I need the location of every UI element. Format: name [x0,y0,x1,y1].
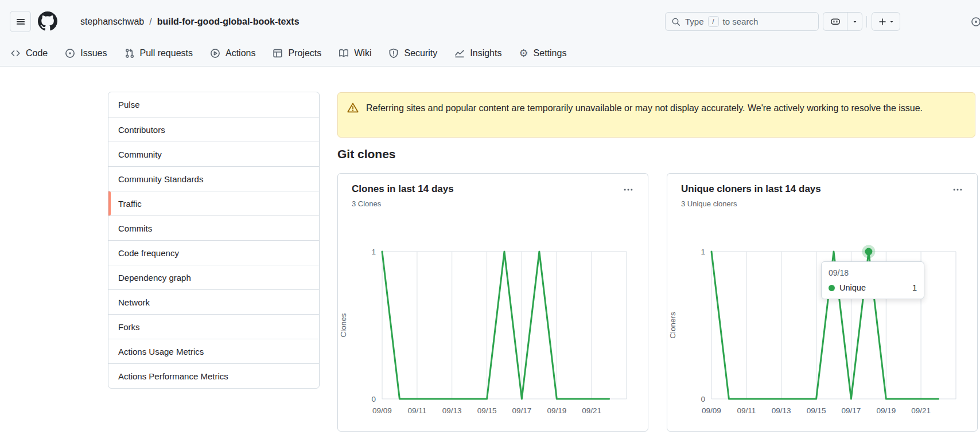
sidebar-item-actions-performance-metrics[interactable]: Actions Performance Metrics [108,363,319,388]
issue-opened-icon [65,48,75,58]
tooltip-value: 1 [912,283,917,292]
y-tick-label: 1 [371,248,376,256]
clones-line-chart[interactable]: 0109/0909/1109/1309/1509/1709/1909/21Clo… [338,174,649,432]
breadcrumb-repo-link[interactable]: build-for-good-global-book-texts [157,17,300,27]
create-new-button[interactable] [872,12,900,31]
x-tick-label: 09/19 [547,406,566,415]
sidebar-item-community[interactable]: Community [108,142,319,166]
warning-banner-text: Referring sites and popular content are … [366,101,923,115]
copilot-icon [823,13,847,30]
search-placeholder-suffix: to search [723,17,759,26]
gear-icon: ⚙ [519,48,528,58]
sidebar-item-label: Actions Usage Metrics [118,347,204,356]
hover-point-marker [865,248,872,256]
tooltip-date: 09/18 [829,268,917,277]
sidebar-item-community-standards[interactable]: Community Standards [108,166,319,191]
y-axis-label: Clones [339,313,348,337]
header-divider [866,16,867,28]
hamburger-menu-button[interactable] [10,11,31,32]
sidebar-item-label: Contributors [118,125,165,135]
sidebar-item-actions-usage-metrics[interactable]: Actions Usage Metrics [108,339,319,363]
sidebar-item-label: Network [118,297,150,307]
sidebar-item-label: Traffic [118,199,142,209]
tab-label: Insights [470,48,501,58]
sidebar-item-label: Dependency graph [118,273,191,283]
y-axis-label: Cloners [668,312,677,339]
sidebar-item-label: Forks [118,322,140,332]
code-icon [10,48,21,58]
table-icon [273,48,283,58]
x-tick-label: 09/15 [477,406,497,415]
unique-cloners-card: Unique cloners in last 14 days 3 Unique … [667,173,978,432]
x-tick-label: 09/19 [876,406,896,415]
series-dot-icon [829,285,835,291]
play-icon [210,48,220,58]
tab-label: Security [404,48,437,58]
search-placeholder-prefix: Type [685,17,704,26]
sidebar-item-label: Commits [118,224,152,233]
x-tick-label: 09/17 [512,406,532,415]
git-pull-request-icon [125,48,135,58]
slash-key-hint: / [708,16,719,27]
sidebar-item-label: Community [118,150,162,159]
graph-icon [454,48,465,58]
tab-label: Settings [534,48,567,58]
tab-issues[interactable]: Issues [65,48,107,58]
clones-card: Clones in last 14 days 3 Clones 0109/090… [337,173,648,432]
sidebar-item-label: Code frequency [118,248,179,258]
y-tick-label: 0 [701,395,705,403]
github-logo-icon[interactable] [38,11,57,31]
copilot-button[interactable] [823,12,862,31]
x-tick-label: 09/21 [911,406,931,415]
circle-dot-icon[interactable] [971,17,980,27]
sidebar-item-contributors[interactable]: Contributors [108,117,319,142]
tab-label: Projects [288,48,321,58]
tab-projects[interactable]: Projects [273,48,321,58]
tab-actions[interactable]: Actions [210,48,255,58]
copilot-dropdown-caret[interactable] [847,13,862,30]
tab-insights[interactable]: Insights [454,48,501,58]
tab-wiki[interactable]: Wiki [339,48,371,58]
chevron-down-icon [889,19,895,25]
repo-nav: CodeIssuesPull requestsActionsProjectsWi… [0,43,980,66]
tab-security[interactable]: Security [388,48,437,58]
tab-label: Code [26,48,48,58]
sidebar-item-code-frequency[interactable]: Code frequency [108,240,319,265]
sidebar-item-label: Actions Performance Metrics [118,371,228,381]
sidebar-item-network[interactable]: Network [108,289,319,314]
breadcrumb: stephanschwab / build-for-good-global-bo… [80,0,300,43]
tab-settings[interactable]: ⚙Settings [519,48,566,58]
x-tick-label: 09/13 [772,406,791,415]
sidebar-item-label: Pulse [118,100,140,109]
search-input[interactable]: Type / to search [665,12,819,31]
sidebar-item-label: Community Standards [118,174,203,184]
shield-icon [388,48,399,58]
sidebar-item-traffic[interactable]: Traffic [108,191,319,215]
sidebar-item-forks[interactable]: Forks [108,314,319,339]
tab-label: Issues [80,48,107,58]
tooltip-series-label: Unique [839,283,866,292]
y-tick-label: 1 [701,248,705,256]
chart-tooltip: 09/18 Unique 1 [821,261,924,299]
x-tick-label: 09/17 [842,406,861,415]
sidebar-item-dependency-graph[interactable]: Dependency graph [108,265,319,289]
y-tick-label: 0 [371,395,376,403]
x-tick-label: 09/15 [807,406,826,415]
tab-label: Wiki [354,48,371,58]
book-icon [339,48,349,58]
search-icon [671,17,680,26]
x-tick-label: 09/13 [442,406,462,415]
tab-pull-requests[interactable]: Pull requests [125,48,193,58]
x-tick-label: 09/09 [702,406,721,415]
breadcrumb-owner-link[interactable]: stephanschwab [80,17,144,27]
section-title: Git clones [337,147,396,161]
x-tick-label: 09/11 [408,406,427,415]
x-tick-label: 09/09 [372,406,392,415]
unique-cloners-line-chart[interactable]: 0109/0909/1109/1309/1509/1709/1909/21Clo… [667,174,978,432]
tab-label: Pull requests [140,48,193,58]
sidebar-item-commits[interactable]: Commits [108,215,319,240]
breadcrumb-separator: / [149,17,151,27]
data-line [382,252,609,399]
sidebar-item-pulse[interactable]: Pulse [108,92,319,117]
tab-code[interactable]: Code [10,48,48,58]
